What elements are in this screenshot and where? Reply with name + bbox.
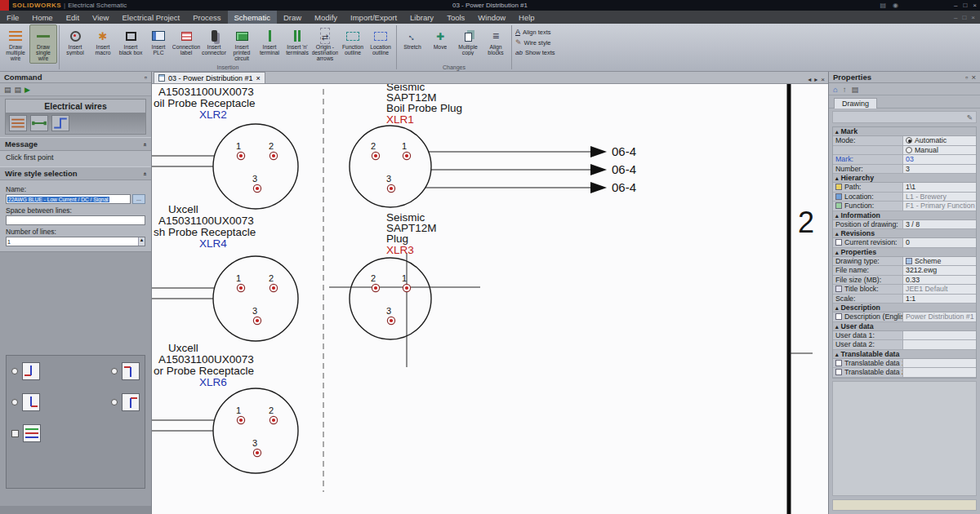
section-properties[interactable]: Properties [833,248,976,257]
lines-stepper[interactable] [138,237,145,246]
multiple-wires-tool-icon[interactable] [9,115,27,131]
doc-close-icon[interactable] [971,14,975,21]
ribbon-button[interactable]: Draw single wire [29,24,57,64]
revision-value[interactable]: 0 [903,238,976,247]
open-icon[interactable] [4,86,11,94]
number-value[interactable]: 3 [903,165,976,174]
collapse-icon[interactable] [143,169,146,178]
menu-item[interactable]: Library [403,11,440,24]
ribbon-small-button[interactable]: Wire style [515,38,555,47]
translatable-2-value[interactable] [903,368,976,377]
ribbon-button[interactable]: Multiple copy [454,24,482,64]
menu-item[interactable]: Edit [60,11,86,24]
section-revisions[interactable]: Revisions [833,229,976,238]
wire-style-section-header[interactable]: Wire style selection [0,166,151,180]
function-value[interactable]: F1 - Primary Function [903,202,976,210]
menu-item[interactable]: Electrical Project [115,11,186,24]
ribbon-button[interactable]: Insert macro [89,24,117,64]
ribbon-button[interactable]: Draw multiple wire [2,24,29,64]
scale-value[interactable]: 1:1 [903,295,976,304]
wire-mode-radio-1[interactable] [11,368,18,374]
ribbon-button[interactable]: Align blocks [482,24,510,64]
browse-button[interactable]: ... [132,194,145,204]
location-value[interactable]: L1 - Brewery [903,193,976,202]
mode-automatic-radio[interactable] [906,137,912,144]
ribbon-button[interactable]: Insert printed circuit board [228,24,256,64]
menu-item[interactable]: Home [25,11,59,24]
minimize-button[interactable] [954,0,957,11]
ribbon-button[interactable]: Insert connector [200,24,228,64]
close-button[interactable] [973,0,977,11]
description-value[interactable]: Power Distribution #1 [903,312,976,321]
destination-arrows[interactable]: 06-4 06-4 06-4 [425,144,636,194]
menu-item[interactable]: Import/Export [344,11,403,24]
maximize-button[interactable] [963,0,967,11]
wire-mode-radio-2[interactable] [111,368,118,374]
apps-icon[interactable] [880,0,886,11]
lines-input[interactable]: 1 [6,237,145,246]
edit-icon[interactable] [967,113,973,122]
translatable-1-value[interactable] [903,359,976,368]
ribbon-button[interactable]: Insert terminal [256,24,283,64]
menu-item[interactable]: Schematic [228,11,277,24]
wire-mode-icon-3[interactable] [22,393,40,411]
title-block-value[interactable]: JEE1 Default [903,285,976,294]
user-data-1-value[interactable] [903,331,976,340]
wire-mode-icon-5[interactable] [23,424,41,442]
section-mark[interactable]: Mark [833,127,976,136]
menu-item[interactable]: Window [471,11,512,24]
list-icon[interactable] [15,86,22,94]
ribbon-button[interactable]: Move [426,24,454,64]
ribbon-button[interactable]: Origin - destination arrows [311,24,339,64]
tab-scroll-left-icon[interactable] [808,76,811,83]
pin-icon[interactable] [145,73,147,82]
panel-close-icon[interactable] [971,73,976,82]
section-hierarchy[interactable]: Hierarchy [833,174,976,183]
wire-mode-icon-1[interactable] [22,362,40,380]
list-icon[interactable] [852,85,859,94]
ribbon-button[interactable]: Insert PLC [145,24,172,64]
user-data-2-value[interactable] [903,340,976,349]
wire-mode-checkbox[interactable] [11,430,19,437]
path-value[interactable]: 1\1 [903,183,976,192]
ribbon-button[interactable]: Insert black box [117,24,145,64]
document-tab[interactable]: 03 - Power Distribution #1 [154,72,265,83]
space-input[interactable] [6,215,145,225]
wire-mode-icon-2[interactable] [122,362,140,380]
home-icon[interactable] [833,85,838,94]
schematic-canvas[interactable]: 2 1 2 3 A15031100UX0073 oil Probe Recept… [152,84,828,514]
menu-item[interactable]: File [0,11,25,24]
pin-icon[interactable] [965,73,968,82]
ribbon-button[interactable]: Stretch [399,24,426,64]
menu-item[interactable]: View [86,11,115,24]
wire-name-input[interactable]: 22AWG BLUE - Low Current / DC / Signal [6,194,131,204]
connector-xlr3[interactable]: 2 1 3 Seismic SAPT12M Plug XLR3 [329,211,480,367]
doc-minimize-icon[interactable] [954,14,957,21]
angled-wire-tool-icon[interactable] [51,115,69,131]
connector-xlr4[interactable]: 1 2 3 Uxcell A15031100UX0073 sh Probe Re… [152,203,298,341]
menu-item[interactable]: Process [186,11,227,24]
ribbon-button[interactable]: Insert symbol [61,24,89,64]
ribbon-button[interactable]: Connection label [172,24,200,64]
section-description[interactable]: Description [833,304,976,312]
doc-restore-icon[interactable] [962,14,966,21]
up-icon[interactable] [843,85,847,94]
connector-xlr2[interactable]: 1 2 3 A15031100UX0073 oil Probe Receptac… [152,86,298,209]
mode-manual-radio[interactable] [906,147,912,153]
mark-value[interactable]: 03 [903,155,976,164]
run-icon[interactable] [24,86,30,94]
ribbon-small-button[interactable]: Align texts [515,28,555,36]
ribbon-button[interactable]: Function outline [339,24,367,64]
wire-mode-radio-4[interactable] [111,399,118,405]
menu-item[interactable]: Tools [440,11,471,24]
section-user-data[interactable]: User data [833,322,976,331]
tab-bar-close-icon[interactable] [821,76,825,83]
user-icon[interactable] [893,0,898,11]
wire-mode-radio-3[interactable] [11,399,18,405]
section-translatable-data[interactable]: Translatable data [833,350,976,359]
menu-item[interactable]: Modify [308,11,344,24]
tab-close-icon[interactable] [256,74,261,82]
section-information[interactable]: Information [833,211,976,220]
drawing-type-value[interactable]: Scheme [903,257,976,266]
wire-mode-icon-4[interactable] [122,393,140,411]
